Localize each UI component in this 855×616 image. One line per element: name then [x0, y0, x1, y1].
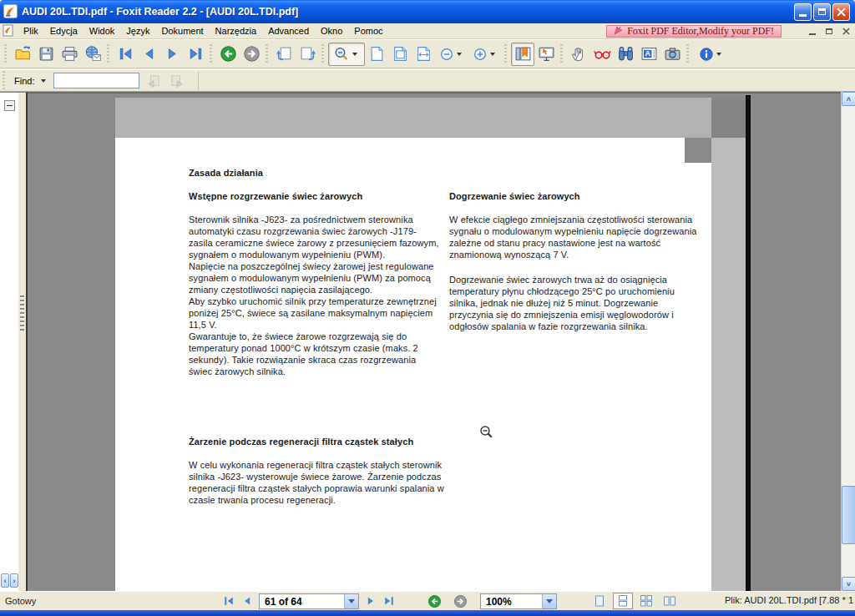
vertical-scrollbar[interactable]: ˄ ˅: [841, 92, 855, 591]
open-icon: [14, 45, 32, 63]
previous-page-button[interactable]: [137, 43, 160, 66]
fit-page-button[interactable]: [388, 43, 412, 66]
zoom-combo-button[interactable]: [542, 594, 556, 608]
find-next-icon: [169, 74, 185, 88]
next-page-button[interactable]: [160, 43, 184, 66]
document-view[interactable]: Zasada działania Wstępne rozgrzewanie św…: [28, 92, 841, 591]
document-mini-icon: [3, 24, 14, 38]
ad-arrow-icon: [614, 27, 625, 36]
toolbar-grip: [3, 44, 9, 64]
ad-banner-text: Foxit PDF Editor,Modify your PDF!: [627, 25, 774, 38]
first-page-button[interactable]: [114, 43, 137, 66]
open-button[interactable]: [11, 43, 34, 66]
mdi-close-button[interactable]: [840, 26, 852, 37]
layout-single-page-button[interactable]: [589, 593, 610, 609]
bookmarks-panel-button[interactable]: [511, 43, 534, 66]
menu-plik[interactable]: Plik: [18, 24, 44, 38]
menu-dokument[interactable]: Dokument: [155, 24, 209, 38]
status-bar: Gotowy 61 of 64 100% Plik: AUDI 20L.TDI.…: [0, 591, 855, 610]
close-button[interactable]: [832, 3, 850, 21]
window-bottom-border: [0, 610, 855, 616]
hand-tool-button[interactable]: [567, 43, 590, 66]
zoom-in-button[interactable]: [468, 43, 502, 66]
menu-edycja[interactable]: Edycja: [44, 24, 83, 38]
layout-facing-button[interactable]: [660, 593, 680, 609]
dropdown-caret-icon: [457, 53, 462, 56]
minimize-button[interactable]: [794, 3, 812, 21]
status-last-page-button[interactable]: [382, 594, 396, 609]
typewriter-icon: A: [640, 45, 658, 63]
panel-collapse-button[interactable]: [4, 100, 15, 111]
dropdown-caret-icon: [490, 53, 495, 56]
menu-widok[interactable]: Widok: [83, 24, 121, 38]
info-button[interactable]: [693, 43, 730, 66]
next-view-icon: [299, 45, 316, 63]
scroll-down-button[interactable]: ˅: [842, 577, 855, 591]
scroll-up-button[interactable]: ˄: [842, 92, 855, 106]
scrollbar-thumb[interactable]: [842, 486, 855, 544]
find-input[interactable]: [53, 73, 139, 88]
previous-view-button[interactable]: [272, 43, 296, 66]
find-dropdown-caret-icon[interactable]: [41, 79, 46, 83]
page-number-combobox[interactable]: 61 of 64: [259, 593, 359, 609]
toolbar-grip: [686, 44, 691, 64]
find-previous-button[interactable]: [144, 73, 163, 89]
chevron-down-icon: [348, 599, 355, 603]
save-button[interactable]: [34, 43, 58, 66]
mdi-restore-button[interactable]: [823, 26, 835, 37]
print-button[interactable]: [58, 43, 81, 66]
menu-okno[interactable]: Okno: [315, 24, 348, 38]
menu-advanced[interactable]: Advanced: [262, 24, 315, 38]
scroll-left-button[interactable]: ‹: [1, 573, 9, 588]
fit-width-button[interactable]: [412, 43, 435, 66]
toolbar-grip: [106, 44, 112, 64]
zoom-out-icon: [439, 47, 454, 62]
foxit-editor-ad-banner[interactable]: Foxit PDF Editor,Modify your PDF!: [606, 25, 782, 38]
go-forward-button[interactable]: [240, 43, 263, 66]
zoom-out-tool-button[interactable]: [328, 43, 365, 66]
zoom-level-combobox[interactable]: 100%: [480, 593, 557, 609]
doc-left-paragraph: Gwarantuje to, że świece żarowe rozgrzew…: [189, 331, 439, 377]
menu-pomoc[interactable]: Pomoc: [348, 24, 388, 38]
page-combo-button[interactable]: [344, 594, 358, 608]
findbar-separator: [198, 72, 199, 90]
select-text-button[interactable]: [590, 43, 614, 66]
bookmarks-panel-icon: [514, 45, 532, 63]
select-text-icon: [594, 45, 611, 63]
toolbar-grip: [559, 44, 565, 64]
actual-size-button[interactable]: [365, 43, 388, 66]
status-next-page-button[interactable]: [364, 594, 377, 609]
status-prev-page-button[interactable]: [240, 594, 254, 609]
main-area: ‹ › Zasada działania Wstępne rozgrzewani…: [0, 92, 855, 591]
panel-splitter[interactable]: [18, 92, 28, 591]
first-page-icon: [117, 45, 134, 63]
status-first-page-button[interactable]: [222, 594, 235, 609]
status-forward-button[interactable]: [453, 594, 468, 610]
email-button[interactable]: [81, 43, 104, 66]
menu-narzedzia[interactable]: Narzędzia: [210, 24, 263, 38]
doc-left-heading: Wstępne rozgrzewanie świec żarowych: [189, 190, 439, 202]
restore-icon: [818, 8, 826, 15]
page-right-margin-column: [711, 138, 746, 591]
toolbar-grip: [321, 44, 326, 64]
last-page-button[interactable]: [184, 43, 207, 66]
menu-jezyk[interactable]: Język: [120, 24, 155, 38]
find-button[interactable]: [614, 43, 637, 66]
doc-left-paragraph: Aby szybko uruchomić silnik przy tempera…: [189, 295, 439, 331]
scroll-right-button[interactable]: ›: [10, 573, 18, 588]
next-view-button[interactable]: [296, 43, 319, 66]
snapshot-button[interactable]: [660, 43, 684, 66]
splitter-grip-icon[interactable]: [20, 295, 24, 331]
typewriter-button[interactable]: A: [637, 43, 660, 66]
layout-continuous-button[interactable]: [613, 593, 633, 609]
mdi-minimize-button[interactable]: [807, 26, 818, 37]
restore-button[interactable]: [813, 3, 831, 21]
find-previous-icon: [146, 74, 161, 88]
find-next-button[interactable]: [168, 73, 186, 89]
info-icon: [699, 47, 714, 62]
fullscreen-button[interactable]: [534, 43, 558, 66]
go-back-button[interactable]: [216, 43, 240, 66]
zoom-out-button[interactable]: [435, 43, 468, 66]
status-back-button[interactable]: [428, 594, 442, 610]
layout-continuous-facing-button[interactable]: [636, 593, 656, 609]
